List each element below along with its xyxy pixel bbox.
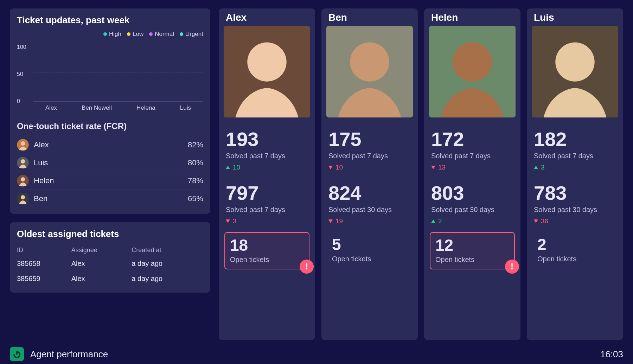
table-row[interactable]: 385658Alexa day ago — [17, 256, 203, 271]
plot-area — [33, 43, 203, 102]
metric-solved-30d: 797Solved past 7 days3 — [219, 183, 315, 225]
svg-point-13 — [453, 42, 492, 81]
svg-point-7 — [21, 195, 25, 199]
agent-cards: Alex193Solved past 7 days10797Solved pas… — [219, 8, 623, 340]
trend-down-icon — [226, 219, 230, 223]
trend-down-icon — [534, 219, 538, 223]
metric-delta: 13 — [431, 164, 513, 171]
trend-down-icon — [431, 166, 435, 169]
metric-label: Solved past 7 days — [328, 152, 411, 160]
footer-title: Agent performance — [30, 349, 108, 360]
delta-value: 19 — [335, 217, 343, 225]
trend-down-icon — [328, 219, 333, 223]
table-cell: a day ago — [132, 271, 203, 286]
metric-solved-7d: 172Solved past 7 days13 — [424, 129, 520, 171]
dashboard: Ticket updates, past week HighLowNormalU… — [0, 0, 633, 364]
table-header: Assignee — [71, 244, 132, 256]
fcr-name: Helen — [34, 176, 183, 185]
x-tick: Alex — [45, 104, 57, 111]
table-cell: a day ago — [132, 256, 203, 271]
bar-chart: 100500 AlexBen NewellHelenaLuis — [17, 41, 203, 111]
metric-label: Solved past 7 days — [431, 152, 513, 160]
alert-icon: ! — [300, 260, 314, 274]
y-axis: 100500 — [17, 41, 31, 102]
metric-solved-30d: 824Solved past 30 days19 — [321, 183, 418, 225]
svg-point-5 — [21, 177, 25, 181]
metric-delta: 2 — [431, 217, 513, 225]
legend-swatch-icon — [180, 32, 183, 36]
metric-delta: 10 — [226, 164, 308, 171]
svg-point-15 — [555, 42, 594, 81]
y-tick: 100 — [17, 44, 31, 50]
legend-item: Normal — [149, 31, 174, 38]
metric-value: 172 — [431, 129, 513, 149]
metric-label: Solved past 7 days — [226, 206, 308, 214]
open-tickets-box: 18Open tickets! — [224, 232, 309, 269]
table-cell: 385658 — [17, 256, 71, 271]
metric-delta: 3 — [534, 164, 616, 171]
avatar — [17, 193, 29, 205]
open-tickets-label: Open tickets — [435, 256, 509, 264]
fcr-row[interactable]: Luis80% — [17, 154, 203, 172]
table-cell: Alex — [71, 256, 132, 271]
fcr-row[interactable]: Helen78% — [17, 172, 203, 190]
left-column: Ticket updates, past week HighLowNormalU… — [10, 8, 210, 340]
metric-solved-30d: 783Solved past 30 days36 — [527, 183, 623, 225]
svg-point-1 — [21, 141, 25, 146]
metric-value: 182 — [534, 129, 616, 149]
bar-clusters — [33, 43, 203, 101]
svg-point-9 — [247, 42, 286, 81]
x-axis: AlexBen NewellHelenaLuis — [33, 102, 203, 111]
avatar — [17, 157, 29, 169]
metric-solved-7d: 182Solved past 7 days3 — [527, 129, 623, 171]
y-tick: 0 — [17, 98, 31, 104]
table-header: ID — [17, 244, 71, 256]
metric-value: 803 — [431, 183, 513, 203]
metric-delta: 10 — [328, 164, 411, 171]
open-tickets-label: Open tickets — [230, 256, 304, 264]
main: Ticket updates, past week HighLowNormalU… — [0, 0, 633, 344]
metric-value: 193 — [226, 129, 308, 149]
fcr-section: One-touch ticket rate (FCR) Alex82%Luis8… — [17, 121, 203, 207]
open-tickets-box: 5Open tickets — [327, 232, 412, 268]
table-cell: 385659 — [17, 271, 71, 286]
legend-label: High — [109, 31, 121, 38]
footer-time: 16:03 — [600, 349, 623, 360]
metric-solved-30d: 803Solved past 30 days2 — [424, 183, 520, 225]
agent-card[interactable]: Alex193Solved past 7 days10797Solved pas… — [219, 8, 315, 340]
metric-delta: 36 — [534, 217, 616, 225]
trend-up-icon — [431, 219, 435, 223]
agent-name: Helen — [424, 8, 520, 26]
fcr-name: Luis — [34, 158, 183, 167]
fcr-name: Ben — [34, 194, 183, 203]
agent-card[interactable]: Helen172Solved past 7 days13803Solved pa… — [424, 8, 520, 340]
fcr-value: 65% — [188, 194, 203, 203]
metric-delta: 19 — [328, 217, 411, 225]
agent-card[interactable]: Ben175Solved past 7 days10824Solved past… — [321, 8, 418, 340]
svg-point-11 — [350, 42, 389, 81]
open-tickets-value: 5 — [332, 236, 407, 254]
svg-point-3 — [21, 159, 25, 164]
agent-name: Alex — [219, 8, 315, 26]
trend-up-icon — [534, 166, 538, 169]
brand-logo-icon — [10, 347, 24, 361]
fcr-row[interactable]: Alex82% — [17, 136, 203, 154]
alert-icon: ! — [505, 260, 519, 274]
table-row[interactable]: 385659Alexa day ago — [17, 271, 203, 286]
fcr-value: 82% — [188, 140, 203, 149]
agent-photo — [326, 26, 413, 117]
footer-bar: Agent performance 16:03 — [0, 344, 633, 364]
agent-name: Luis — [527, 8, 623, 26]
fcr-row[interactable]: Ben65% — [17, 190, 203, 207]
delta-value: 3 — [541, 164, 545, 171]
open-tickets-value: 12 — [435, 236, 509, 254]
agent-photo — [429, 26, 516, 117]
table-cell: Alex — [71, 271, 132, 286]
open-tickets-label: Open tickets — [537, 255, 613, 263]
metric-value: 824 — [328, 183, 411, 203]
fcr-list: Alex82%Luis80%Helen78%Ben65% — [17, 136, 203, 207]
metric-solved-7d: 175Solved past 7 days10 — [321, 129, 418, 171]
delta-value: 3 — [233, 217, 237, 225]
legend-swatch-icon — [103, 32, 107, 36]
agent-card[interactable]: Luis182Solved past 7 days3783Solved past… — [527, 8, 623, 340]
